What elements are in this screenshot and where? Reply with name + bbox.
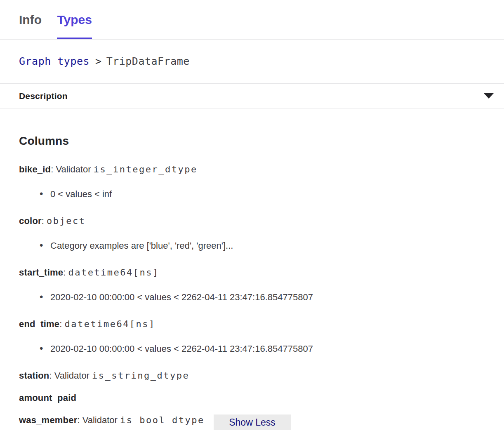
column-validator-text: : Validator xyxy=(51,164,94,174)
column-name: end_time xyxy=(19,319,59,329)
description-section-header[interactable]: Description xyxy=(0,84,504,108)
column-definition: amount_paid xyxy=(19,392,485,403)
column-validator-text: : Validator xyxy=(49,370,92,381)
constraint-item: 2020-02-10 00:00:00 < values < 2262-04-1… xyxy=(19,292,485,303)
types-panel: Info Types Graph types>TripDataFrame Des… xyxy=(0,0,504,438)
description-section-title: Description xyxy=(19,91,68,101)
breadcrumb-separator: > xyxy=(95,55,102,67)
column-dtype-code: is_string_dtype xyxy=(92,370,189,381)
column-definition: bike_id: Validator is_integer_dtype xyxy=(19,164,485,175)
column-name: bike_id xyxy=(19,164,51,174)
column-constraints-list: 0 < values < inf xyxy=(19,188,485,200)
column-validator-text: : Validator xyxy=(77,415,120,425)
column-definition: color: object xyxy=(19,215,485,226)
column-validator-text: : xyxy=(59,319,64,329)
column-definition: end_time: datetime64[ns] xyxy=(19,318,485,330)
constraint-item: Category examples are ['blue', 'red', 'g… xyxy=(19,240,485,251)
tab-bar: Info Types xyxy=(0,0,504,40)
column-validator-text: : xyxy=(42,216,47,226)
column-constraints-list: 2020-02-10 00:00:00 < values < 2262-04-1… xyxy=(19,292,485,303)
breadcrumb-link-graph-types[interactable]: Graph types xyxy=(19,55,89,67)
column-dtype-code: is_integer_dtype xyxy=(94,164,198,174)
constraint-item: 2020-02-10 00:00:00 < values < 2262-04-1… xyxy=(19,343,485,354)
columns-section: Columns bike_id: Validator is_integer_dt… xyxy=(0,134,504,426)
column-dtype-code: object xyxy=(47,216,85,226)
breadcrumb: Graph types>TripDataFrame xyxy=(0,40,504,84)
column-validator-text: : xyxy=(63,267,68,278)
tab-info[interactable]: Info xyxy=(19,12,42,39)
constraint-item: 0 < values < inf xyxy=(19,188,485,200)
column-definition: start_time: datetime64[ns] xyxy=(19,267,485,278)
tab-types[interactable]: Types xyxy=(57,12,92,39)
column-name: station xyxy=(19,370,49,381)
show-less-button[interactable]: Show Less xyxy=(214,414,291,430)
column-constraints-list: 2020-02-10 00:00:00 < values < 2262-04-1… xyxy=(19,343,485,354)
column-definition: station: Validator is_string_dtype xyxy=(19,370,485,381)
column-name: amount_paid xyxy=(19,393,76,403)
column-name: start_time xyxy=(19,267,63,278)
column-dtype-code: is_bool_dtype xyxy=(120,415,205,425)
column-name: was_member xyxy=(19,415,77,425)
column-name: color xyxy=(19,216,42,226)
breadcrumb-current-page: TripDataFrame xyxy=(106,55,190,67)
chevron-down-icon[interactable] xyxy=(484,93,494,99)
column-constraints-list: Category examples are ['blue', 'red', 'g… xyxy=(19,240,485,251)
columns-list: bike_id: Validator is_integer_dtype0 < v… xyxy=(19,164,485,426)
column-dtype-code: datetime64[ns] xyxy=(64,319,155,329)
columns-heading: Columns xyxy=(19,134,485,148)
column-dtype-code: datetime64[ns] xyxy=(68,267,159,278)
